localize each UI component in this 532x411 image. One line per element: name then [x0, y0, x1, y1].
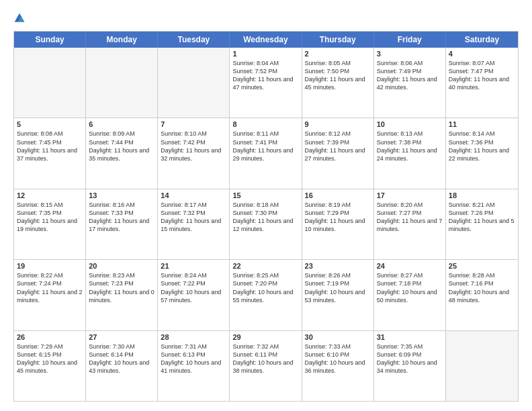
weekday-header: Thursday	[302, 32, 374, 48]
cell-info: Sunrise: 7:33 AM Sunset: 6:10 PM Dayligh…	[305, 342, 371, 375]
calendar-cell: 18Sunrise: 8:21 AM Sunset: 7:26 PM Dayli…	[446, 189, 518, 259]
day-number: 19	[17, 262, 83, 270]
cell-info: Sunrise: 8:20 AM Sunset: 7:27 PM Dayligh…	[377, 201, 443, 234]
cell-info: Sunrise: 8:21 AM Sunset: 7:26 PM Dayligh…	[449, 201, 515, 234]
page: SundayMondayTuesdayWednesdayThursdayFrid…	[0, 0, 532, 411]
cell-info: Sunrise: 7:31 AM Sunset: 6:13 PM Dayligh…	[161, 342, 226, 375]
calendar-header: SundayMondayTuesdayWednesdayThursdayFrid…	[14, 32, 518, 48]
day-number: 13	[89, 191, 154, 199]
day-number: 12	[17, 191, 83, 199]
cell-info: Sunrise: 8:08 AM Sunset: 7:45 PM Dayligh…	[17, 130, 83, 163]
calendar-cell: 1Sunrise: 8:04 AM Sunset: 7:52 PM Daylig…	[230, 48, 302, 118]
logo	[13, 12, 28, 24]
calendar-cell	[446, 331, 518, 401]
day-number: 8	[232, 120, 298, 128]
day-number: 10	[377, 120, 443, 128]
cell-info: Sunrise: 8:22 AM Sunset: 7:24 PM Dayligh…	[17, 271, 83, 304]
cell-info: Sunrise: 8:05 AM Sunset: 7:50 PM Dayligh…	[305, 59, 371, 92]
weekday-header: Sunday	[14, 32, 86, 48]
day-number: 2	[305, 50, 371, 58]
calendar-cell: 8Sunrise: 8:11 AM Sunset: 7:41 PM Daylig…	[230, 118, 302, 188]
calendar-cell: 5Sunrise: 8:08 AM Sunset: 7:45 PM Daylig…	[14, 118, 86, 188]
day-number: 6	[89, 120, 154, 128]
day-number: 7	[161, 120, 226, 128]
day-number: 30	[305, 333, 371, 341]
logo-icon	[13, 12, 26, 24]
weekday-header: Saturday	[446, 32, 518, 48]
cell-info: Sunrise: 8:28 AM Sunset: 7:16 PM Dayligh…	[449, 271, 515, 304]
cell-info: Sunrise: 8:07 AM Sunset: 7:47 PM Dayligh…	[449, 59, 515, 92]
calendar-cell: 4Sunrise: 8:07 AM Sunset: 7:47 PM Daylig…	[446, 48, 518, 118]
cell-info: Sunrise: 8:11 AM Sunset: 7:41 PM Dayligh…	[232, 130, 298, 163]
day-number: 29	[232, 333, 298, 341]
calendar-cell: 14Sunrise: 8:17 AM Sunset: 7:32 PM Dayli…	[158, 189, 230, 259]
cell-info: Sunrise: 8:27 AM Sunset: 7:18 PM Dayligh…	[377, 271, 443, 304]
day-number: 9	[305, 120, 371, 128]
day-number: 11	[449, 120, 515, 128]
cell-info: Sunrise: 8:09 AM Sunset: 7:44 PM Dayligh…	[89, 130, 154, 163]
calendar-row: 5Sunrise: 8:08 AM Sunset: 7:45 PM Daylig…	[14, 118, 518, 188]
calendar-cell: 22Sunrise: 8:25 AM Sunset: 7:20 PM Dayli…	[230, 260, 302, 330]
calendar-cell: 19Sunrise: 8:22 AM Sunset: 7:24 PM Dayli…	[14, 260, 86, 330]
day-number: 23	[305, 262, 371, 270]
cell-info: Sunrise: 8:17 AM Sunset: 7:32 PM Dayligh…	[161, 201, 226, 234]
day-number: 28	[161, 333, 226, 341]
day-number: 5	[17, 120, 83, 128]
day-number: 21	[161, 262, 226, 270]
cell-info: Sunrise: 8:10 AM Sunset: 7:42 PM Dayligh…	[161, 130, 226, 163]
calendar-cell: 27Sunrise: 7:30 AM Sunset: 6:14 PM Dayli…	[86, 331, 158, 401]
calendar-body: 1Sunrise: 8:04 AM Sunset: 7:52 PM Daylig…	[14, 48, 518, 401]
day-number: 16	[305, 191, 371, 199]
calendar-cell: 12Sunrise: 8:15 AM Sunset: 7:35 PM Dayli…	[14, 189, 86, 259]
cell-info: Sunrise: 8:23 AM Sunset: 7:23 PM Dayligh…	[89, 271, 154, 304]
calendar-cell	[86, 48, 158, 118]
calendar-cell: 13Sunrise: 8:16 AM Sunset: 7:33 PM Dayli…	[86, 189, 158, 259]
cell-info: Sunrise: 8:13 AM Sunset: 7:38 PM Dayligh…	[377, 130, 443, 163]
cell-info: Sunrise: 7:32 AM Sunset: 6:11 PM Dayligh…	[232, 342, 298, 375]
cell-info: Sunrise: 8:24 AM Sunset: 7:22 PM Dayligh…	[161, 271, 226, 304]
weekday-header: Wednesday	[230, 32, 302, 48]
calendar-cell: 6Sunrise: 8:09 AM Sunset: 7:44 PM Daylig…	[86, 118, 158, 188]
day-number: 4	[449, 50, 515, 58]
day-number: 1	[232, 50, 298, 58]
day-number: 15	[232, 191, 298, 199]
calendar-cell: 30Sunrise: 7:33 AM Sunset: 6:10 PM Dayli…	[302, 331, 374, 401]
cell-info: Sunrise: 7:30 AM Sunset: 6:14 PM Dayligh…	[89, 342, 154, 375]
calendar-cell: 11Sunrise: 8:14 AM Sunset: 7:36 PM Dayli…	[446, 118, 518, 188]
calendar-cell	[14, 48, 86, 118]
cell-info: Sunrise: 8:16 AM Sunset: 7:33 PM Dayligh…	[89, 201, 154, 234]
calendar-row: 12Sunrise: 8:15 AM Sunset: 7:35 PM Dayli…	[14, 189, 518, 259]
calendar-row: 1Sunrise: 8:04 AM Sunset: 7:52 PM Daylig…	[14, 48, 518, 118]
cell-info: Sunrise: 8:26 AM Sunset: 7:19 PM Dayligh…	[305, 271, 371, 304]
calendar-cell: 24Sunrise: 8:27 AM Sunset: 7:18 PM Dayli…	[374, 260, 446, 330]
calendar-cell: 16Sunrise: 8:19 AM Sunset: 7:29 PM Dayli…	[302, 189, 374, 259]
calendar-cell: 2Sunrise: 8:05 AM Sunset: 7:50 PM Daylig…	[302, 48, 374, 118]
day-number: 26	[17, 333, 83, 341]
cell-info: Sunrise: 8:15 AM Sunset: 7:35 PM Dayligh…	[17, 201, 83, 234]
day-number: 24	[377, 262, 443, 270]
calendar-cell: 17Sunrise: 8:20 AM Sunset: 7:27 PM Dayli…	[374, 189, 446, 259]
day-number: 14	[161, 191, 226, 199]
day-number: 25	[449, 262, 515, 270]
weekday-header: Tuesday	[158, 32, 230, 48]
cell-info: Sunrise: 8:14 AM Sunset: 7:36 PM Dayligh…	[449, 130, 515, 163]
cell-info: Sunrise: 7:29 AM Sunset: 6:15 PM Dayligh…	[17, 342, 83, 375]
cell-info: Sunrise: 7:35 AM Sunset: 6:09 PM Dayligh…	[377, 342, 443, 375]
day-number: 18	[449, 191, 515, 199]
cell-info: Sunrise: 8:06 AM Sunset: 7:49 PM Dayligh…	[377, 59, 443, 92]
calendar-cell: 25Sunrise: 8:28 AM Sunset: 7:16 PM Dayli…	[446, 260, 518, 330]
calendar-cell: 31Sunrise: 7:35 AM Sunset: 6:09 PM Dayli…	[374, 331, 446, 401]
day-number: 3	[377, 50, 443, 58]
calendar-cell: 21Sunrise: 8:24 AM Sunset: 7:22 PM Dayli…	[158, 260, 230, 330]
calendar-cell: 3Sunrise: 8:06 AM Sunset: 7:49 PM Daylig…	[374, 48, 446, 118]
calendar-cell: 28Sunrise: 7:31 AM Sunset: 6:13 PM Dayli…	[158, 331, 230, 401]
calendar-cell: 10Sunrise: 8:13 AM Sunset: 7:38 PM Dayli…	[374, 118, 446, 188]
weekday-header: Friday	[374, 32, 446, 48]
cell-info: Sunrise: 8:04 AM Sunset: 7:52 PM Dayligh…	[232, 59, 298, 92]
calendar-cell: 23Sunrise: 8:26 AM Sunset: 7:19 PM Dayli…	[302, 260, 374, 330]
calendar-cell: 15Sunrise: 8:18 AM Sunset: 7:30 PM Dayli…	[230, 189, 302, 259]
day-number: 20	[89, 262, 154, 270]
calendar-cell: 9Sunrise: 8:12 AM Sunset: 7:39 PM Daylig…	[302, 118, 374, 188]
calendar-cell	[158, 48, 230, 118]
calendar: SundayMondayTuesdayWednesdayThursdayFrid…	[13, 31, 519, 402]
